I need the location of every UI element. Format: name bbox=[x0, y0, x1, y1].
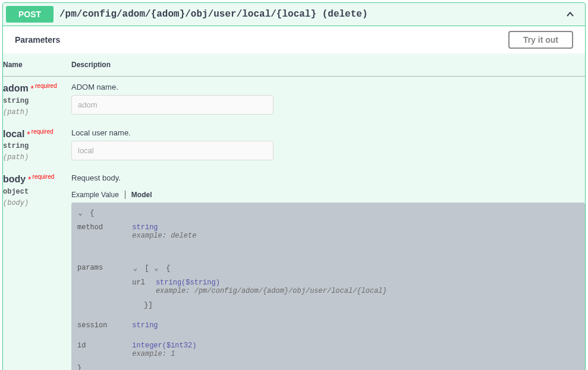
local-input[interactable] bbox=[71, 141, 273, 160]
model-example: example: delete bbox=[132, 232, 196, 240]
param-type: string bbox=[3, 94, 71, 108]
open-brace: { bbox=[90, 209, 94, 217]
operation-body: Parameters Try it out Name Description a… bbox=[3, 26, 585, 370]
column-header-name: Name bbox=[3, 53, 71, 77]
required-label: required bbox=[32, 173, 55, 180]
required-label: required bbox=[30, 128, 54, 135]
try-it-out-button[interactable]: Try it out bbox=[508, 31, 573, 49]
parameters-header: Parameters Try it out bbox=[3, 26, 585, 53]
tab-model[interactable]: Model bbox=[125, 191, 158, 199]
array-close: }] bbox=[144, 301, 152, 309]
chevron-down-icon[interactable]: ⌄ bbox=[77, 208, 83, 217]
param-description: Local user name. bbox=[71, 128, 585, 137]
body-tabs: Example Value Model bbox=[71, 186, 585, 199]
param-in: (path) bbox=[3, 108, 71, 116]
parameter-row: body *required object (body) Request bod… bbox=[3, 167, 585, 370]
param-in: (body) bbox=[3, 199, 71, 207]
model-key-params: params bbox=[77, 258, 132, 315]
parameters-title: Parameters bbox=[15, 35, 508, 45]
operation-block: POST /pm/config/adom/{adom}/obj/user/loc… bbox=[2, 2, 586, 370]
http-method-badge: POST bbox=[6, 6, 54, 23]
model-example: example: /pm/config/adom/{adom}/obj/user… bbox=[156, 287, 387, 295]
model-key-session: session bbox=[77, 315, 132, 336]
model-type: string bbox=[132, 223, 158, 232]
model-type: string($string) bbox=[156, 279, 220, 287]
model-type: string bbox=[132, 321, 158, 330]
param-in: (path) bbox=[3, 153, 71, 162]
parameter-row: adom *required string (path) ADOM name. bbox=[3, 77, 585, 122]
required-star: * bbox=[26, 175, 31, 184]
param-type: string bbox=[3, 139, 71, 153]
model-example: example: 1 bbox=[132, 350, 175, 358]
param-description: ADOM name. bbox=[71, 83, 585, 91]
model-key-url: url bbox=[132, 273, 156, 301]
model-key-method: method bbox=[77, 217, 132, 246]
tab-example-value[interactable]: Example Value bbox=[71, 191, 125, 199]
required-star: * bbox=[24, 129, 30, 138]
param-type: object bbox=[3, 185, 71, 199]
chevron-down-icon[interactable]: ⌄ bbox=[132, 264, 138, 273]
close-brace: } bbox=[77, 364, 81, 370]
model-schema-box: ⌄ { method string example: delete bbox=[71, 203, 585, 370]
model-type: integer($int32) bbox=[132, 341, 196, 350]
param-name-body: body bbox=[3, 174, 26, 184]
model-key-id: id bbox=[77, 336, 132, 364]
chevron-up-icon[interactable] bbox=[564, 8, 576, 20]
chevron-down-icon[interactable]: ⌄ bbox=[153, 264, 159, 273]
param-name-adom: adom bbox=[3, 83, 29, 93]
endpoint-path: /pm/config/adom/{adom}/obj/user/local/{l… bbox=[54, 9, 564, 20]
item-open: { bbox=[166, 264, 170, 273]
required-star: * bbox=[29, 84, 34, 93]
param-name-local: local bbox=[3, 128, 24, 138]
adom-input[interactable] bbox=[71, 95, 273, 115]
array-open: [ bbox=[145, 264, 149, 273]
required-label: required bbox=[34, 83, 57, 89]
operation-summary-row[interactable]: POST /pm/config/adom/{adom}/obj/user/loc… bbox=[3, 3, 585, 26]
param-description: Request body. bbox=[71, 173, 585, 182]
column-header-description: Description bbox=[71, 53, 585, 77]
parameter-row: local *required string (path) Local user… bbox=[3, 122, 585, 168]
parameters-table: Name Description adom *required string (… bbox=[3, 53, 585, 370]
